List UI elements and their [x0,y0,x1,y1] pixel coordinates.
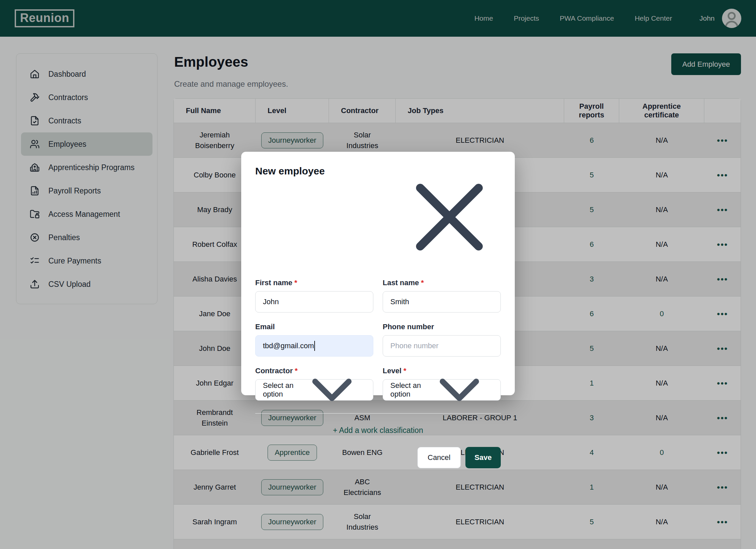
required-asterisk: * [295,367,298,375]
cancel-button[interactable]: Cancel [417,447,461,468]
phone-field[interactable] [383,335,501,357]
close-icon [399,167,499,267]
required-asterisk: * [421,279,424,287]
add-work-classification-link[interactable]: + Add a work classification [255,426,501,435]
level-select[interactable]: Select an option [383,379,501,401]
chevron-down-icon [426,356,493,424]
new-employee-modal: New employee First name* Last name* Emai… [241,152,515,395]
save-button[interactable]: Save [465,447,501,468]
email-label: Email [255,323,373,331]
contractor-select[interactable]: Select an option [255,379,373,401]
close-button[interactable] [398,166,501,268]
phone-label: Phone number [383,323,501,331]
last-name-label: Last name* [383,279,501,287]
required-asterisk: * [403,367,406,375]
modal-title: New employee [255,165,325,177]
first-name-field[interactable] [255,291,373,313]
last-name-field[interactable] [383,291,501,313]
first-name-label: First name* [255,279,373,287]
email-field[interactable]: tbd@gmail.com [255,335,373,357]
required-asterisk: * [294,279,297,287]
chevron-down-icon [298,356,366,424]
text-cursor [314,341,315,351]
